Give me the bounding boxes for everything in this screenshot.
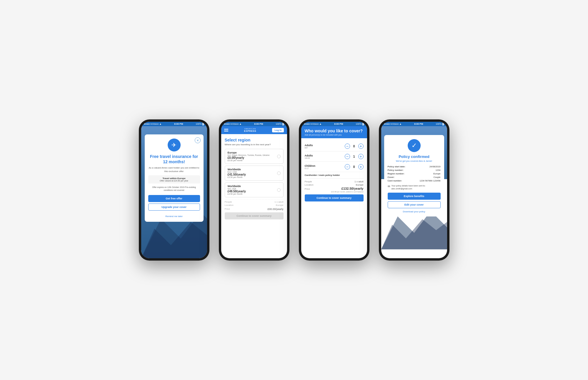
hamburger-menu-icon[interactable]	[224, 129, 228, 131]
phone-4: ●●●● InVision ▲ 8:00 PM 100% ▓ ✓ Policy …	[379, 119, 449, 261]
amex-logo: AMERICAN EXPRESS	[244, 128, 256, 132]
adults-65-row: Adults 65+ − 0 +	[305, 141, 364, 151]
phone1-subtitle: As a valued Amex card holder you are ent…	[148, 166, 200, 173]
region-worldwide-excl-name: Worldwide	[228, 168, 246, 171]
status-time-4: 8:00 PM	[414, 123, 423, 125]
phone1-title: Free travel insurance for 12 months!	[148, 154, 200, 164]
status-left-2: ●●●● InVision ▲	[224, 123, 242, 125]
children-decrement[interactable]: −	[345, 164, 350, 169]
adults-1864-decrement[interactable]: −	[345, 154, 350, 159]
region-worldwide-excl-price: £41.50/yearly	[228, 173, 246, 176]
status-right-2: 100% ▓	[276, 123, 284, 125]
cover-label: Cover:	[388, 176, 395, 179]
region-worldwide-excl-radio[interactable]	[277, 171, 281, 175]
adults-65-value: 0	[352, 144, 356, 148]
region-worldwide-incl-name: Worldwide	[228, 185, 246, 188]
plane-icon: ✈	[168, 139, 181, 151]
adults-1864-sublabel: 18-64	[305, 157, 313, 159]
status-right-1: 100% ▓	[196, 123, 204, 125]
phone3-location-label: Location	[305, 184, 314, 186]
region-number-val: Europe	[433, 172, 440, 175]
region-number-row: Region number: Europe	[388, 172, 441, 175]
phone2-body: Select region Where are you travelling t…	[221, 134, 287, 258]
phone-3: ●●●● InVision ▲ 8:00 PM 100% ▓ Who would…	[299, 119, 369, 261]
phone4-card: ✓ Policy confirmed We've got you covered…	[384, 135, 444, 216]
region-europe-price: £0.00/yearly	[228, 156, 270, 159]
download-policy-link[interactable]: Download your policy	[388, 210, 441, 213]
status-time-3: 8:00 PM	[334, 123, 343, 125]
phone-2: ●●●● InVision ▲ 8:00 PM 100% ▓ AMERICAN …	[219, 119, 289, 261]
card-number-label: Card number:	[388, 179, 402, 182]
adults-1864-row: Adults 18-64 − 1 +	[305, 151, 364, 162]
confirmed-subtitle: We've got you covered Alex & Jamie!	[388, 160, 441, 162]
policy-number-row: Policy number: 1234	[388, 169, 441, 171]
children-sublabel: 0-17	[305, 167, 316, 169]
children-value: 0	[352, 165, 356, 169]
select-region-title: Select region	[225, 138, 284, 142]
adults-65-controls: − 0 +	[345, 144, 364, 149]
status-bar-4: ●●●● InVision ▲ 8:00 PM 100% ▓	[381, 122, 447, 126]
phone3-people-val: 1 x adult	[354, 180, 363, 183]
select-region-subtitle: Where are you travelling to in the next …	[225, 143, 284, 146]
summary-location-label: Location	[225, 204, 234, 206]
status-time-2: 8:00 PM	[254, 123, 263, 125]
confirmed-title: Policy confirmed	[388, 154, 441, 159]
adults-65-label: Adults	[305, 144, 313, 147]
region-worldwide-incl-incl: Incl. USA	[228, 188, 246, 190]
email-notice-text: Your policy details have been sent to: a…	[392, 184, 441, 190]
phone3-price-row: Price £132.50/yearly	[305, 187, 364, 190]
children-controls: − 0 +	[345, 164, 364, 169]
region-europe-radio[interactable]	[277, 155, 281, 158]
children-increment[interactable]: +	[358, 164, 364, 169]
phone3-body: Adults 65+ − 0 + Adults 18-64 −	[301, 138, 367, 258]
close-icon[interactable]: ✕	[195, 137, 201, 143]
children-label: Children	[305, 164, 316, 167]
phone1-card: ✕ ✈ Free travel insurance for 12 months!…	[145, 134, 204, 222]
status-time-1: 8:00 PM	[174, 123, 183, 125]
region-europe-incl: Incl. Egypt, Morocco, Tunisia, Russia, U…	[228, 154, 270, 156]
adults-65-increment[interactable]: +	[358, 144, 364, 149]
region-worldwide-incl-card[interactable]: Worldwide Incl. USA £49.50/yearly £4.50 …	[225, 182, 284, 197]
status-bar-3: ●●●● InVision ▲ 8:00 PM 100% ▓	[301, 122, 367, 126]
phone1-expires: Offer expires on 12th October 2019 Pre-e…	[148, 186, 200, 192]
region-worldwide-incl-radio[interactable]	[277, 188, 281, 192]
phone1-content: ✕ ✈ Free travel insurance for 12 months!…	[141, 126, 207, 258]
region-europe-name: Europe	[228, 151, 270, 154]
phone3-continue-button[interactable]: Continue to cover summary	[305, 194, 364, 201]
adults-1864-increment[interactable]: +	[358, 154, 364, 159]
cover-subtitle: Add all person(s) to be included with yo…	[305, 134, 364, 136]
phone1-offer-val: Offer valued at £24.50 per year	[151, 180, 198, 182]
adults-65-decrement[interactable]: −	[345, 144, 350, 149]
explore-benefits-button[interactable]: Explore benefits	[388, 193, 441, 200]
adults-65-sublabel: 65+	[305, 147, 313, 149]
summary-price-label: Price	[225, 208, 230, 211]
amex-logo-bottom: EXPRESS	[244, 130, 256, 132]
policy-number-val: 1234	[436, 169, 441, 171]
phone1-offer-box: Travel within Europe Offer valued at £24…	[148, 175, 200, 184]
summary-people-label: People	[225, 201, 232, 203]
region-worldwide-incl-price: £49.50/yearly	[228, 190, 246, 193]
cardholder-label: Cardholder / main policy holder	[305, 174, 364, 176]
region-europe-card[interactable]: Europe Incl. Egypt, Morocco, Tunisia, Ru…	[225, 149, 284, 164]
phone3-people-label: People	[305, 180, 312, 183]
phone3-summary-people: People 1 x adult	[305, 180, 364, 183]
cover-row: Cover: Couple	[388, 176, 441, 179]
adults-1864-label: Adults	[305, 154, 313, 157]
phone3-location-val: Europe	[356, 184, 364, 186]
cardholder-section: Cardholder / main policy holder	[305, 172, 364, 179]
children-row: Children 0-17 − 0 +	[305, 162, 364, 172]
upgrade-cover-button[interactable]: Upgrade your cover	[148, 204, 200, 211]
status-bar-1: ●●●● InVision ▲ 8:00 PM 100% ▓	[141, 122, 207, 126]
get-free-offer-button[interactable]: Get free offer	[148, 195, 200, 202]
status-left-3: ●●●● InVision ▲	[304, 123, 322, 125]
edit-cover-button[interactable]: Edit your cover	[388, 201, 441, 208]
card-number-row: Card number: 1234 567890 123456	[388, 179, 441, 182]
status-bar-2: ●●●● InVision ▲ 8:00 PM 100% ▓	[221, 122, 287, 126]
phone4-content: ✓ Policy confirmed We've got you covered…	[381, 126, 447, 258]
continue-to-summary-button[interactable]: Continue to cover summary	[225, 212, 284, 219]
region-worldwide-excl-card[interactable]: Worldwide Excl. USA £41.50/yearly £3.50 …	[225, 166, 284, 181]
cover-title: Who would you like to cover?	[305, 129, 364, 133]
login-button[interactable]: Log In	[272, 128, 284, 132]
remind-me-later-link[interactable]: Remind me later	[165, 215, 183, 218]
policy-start-label: Policy start date:	[388, 165, 405, 168]
